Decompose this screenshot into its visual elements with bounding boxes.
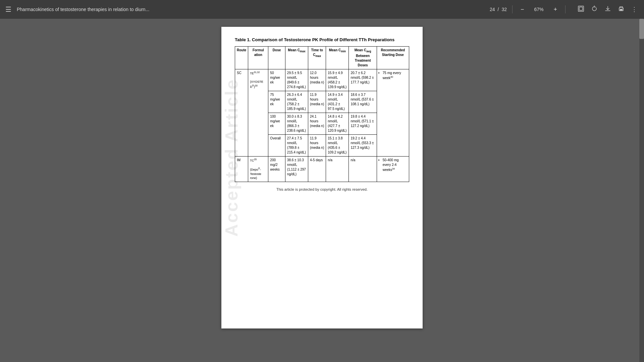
table-row: IM TC35(Depo®-Testoste rone) 200 mg/2 we… xyxy=(235,156,409,182)
cell-cmax-overall: 27.4 ± 7.5 nmol/L (789.8 ± 215.4 ng/dL) xyxy=(285,134,308,156)
menu-icon[interactable]: ☰ xyxy=(5,5,11,13)
cell-tcmax-im: 4-5 days xyxy=(308,156,326,182)
cell-tcmax-100: 24.1 hours (media n) xyxy=(308,113,326,134)
cell-cmin-im: n/a xyxy=(326,156,349,182)
toolbar: ☰ Pharmacokinetics of testosterone thera… xyxy=(0,0,644,19)
cell-tcmax-50: 12.0 hours (media n) xyxy=(308,69,326,91)
cell-dose-100: 100 mg/we ek xyxy=(268,113,285,134)
divider-2 xyxy=(565,5,566,13)
page-separator: / xyxy=(498,7,499,12)
main-content: Accepted Article Table 1. Comparison of … xyxy=(0,19,644,362)
toolbar-actions: ⋮ xyxy=(576,4,639,15)
scrollbar[interactable] xyxy=(639,19,644,362)
cell-cmax-50: 29.5 ± 9.5 nmol/L (849.6 ± 274.8 ng/dL) xyxy=(285,69,308,91)
header-mean-cmin: Mean Cmin xyxy=(326,47,349,69)
svg-point-4 xyxy=(623,8,623,9)
cell-cavg-overall: 19.2 ± 4.4 nmol/L (553.3 ± 127.3 ng/dL) xyxy=(349,134,377,156)
cell-tcmax-overall: 11.9 hours (media n) xyxy=(308,134,326,156)
zoom-level: 67% xyxy=(532,7,545,12)
copyright-notice: This article is protected by copyright. … xyxy=(235,187,409,191)
header-mean-cmax: Mean Cmax xyxy=(285,47,308,69)
print-button[interactable] xyxy=(616,4,626,15)
table-header-row: Route Formul ation Dose Mean Cmax Time t… xyxy=(235,47,409,69)
cell-cavg-100: 19.8 ± 4.4 nmol/L (571.1 ± 127.2 ng/dL) xyxy=(349,113,377,134)
page-document: Accepted Article Table 1. Comparison of … xyxy=(221,27,423,328)
table-title: Table 1. Comparison of Testosterone PK P… xyxy=(235,37,409,43)
cell-cavg-im: n/a xyxy=(349,156,377,182)
cell-cmin-50: 15.9 ± 4.9 nmol/L (458.2 ± 139.9 ng/dL) xyxy=(326,69,349,91)
header-formulation: Formul ation xyxy=(248,47,268,69)
page-total: 32 xyxy=(501,7,507,12)
header-time-cmax: Time to Cmax xyxy=(308,47,326,69)
divider-1 xyxy=(512,5,513,13)
svg-rect-1 xyxy=(579,7,583,10)
cell-cavg-50: 20.7 ± 6.2 nmol/L (598.2 ± 177.7 ng/dL) xyxy=(349,69,377,91)
zoom-out-button[interactable]: − xyxy=(518,5,527,14)
cell-dose-50: 50 mg/we ek xyxy=(268,69,285,91)
cell-cmin-75: 14.9 ± 3.4 nmol/L (431.2 ± 97.5 ng/dL) xyxy=(326,91,349,113)
cell-formulation-sc: TE31,32(XYOSTE D®)30 xyxy=(248,69,268,156)
header-dose: Dose xyxy=(268,47,285,69)
cell-recommended-sc: 75 mg every week30 xyxy=(377,69,409,156)
cell-dose-overall: Overall xyxy=(268,134,285,156)
more-options-button[interactable]: ⋮ xyxy=(630,4,639,14)
cell-cmax-75: 26.3 ± 6.4 nmol/L (758.2 ± 185.9 ng/dL) xyxy=(285,91,308,113)
table-row: SC TE31,32(XYOSTE D®)30 50 mg/we ek 29.5… xyxy=(235,69,409,91)
cell-dose-75: 75 mg/we ek xyxy=(268,91,285,113)
cell-cmax-100: 30.0 ± 8.3 nmol/L (866.3 ± 238.6 ng/dL) xyxy=(285,113,308,134)
header-route: Route xyxy=(235,47,248,69)
header-recommended-dose: Recommended Starting Dose xyxy=(377,47,409,69)
history-button[interactable] xyxy=(590,4,599,15)
cell-formulation-im: TC35(Depo®-Testoste rone) xyxy=(248,156,268,182)
fit-page-button[interactable] xyxy=(576,4,586,15)
cell-cmin-overall: 15.1 ± 3.8 nmol/L (435.6 ± 109.2 ng/dL) xyxy=(326,134,349,156)
scrollbar-thumb[interactable] xyxy=(639,19,644,39)
download-button[interactable] xyxy=(603,4,612,15)
cell-dose-im: 200 mg/2 weeks xyxy=(268,156,285,182)
pk-table: Route Formul ation Dose Mean Cmax Time t… xyxy=(235,46,409,182)
cell-cmin-100: 14.8 ± 4.2 nmol/L (427.7 ± 120.9 ng/dL) xyxy=(326,113,349,134)
cell-tcmax-75: 11.9 hours (media n) xyxy=(308,91,326,113)
cell-route-sc: SC xyxy=(235,69,248,156)
svg-rect-3 xyxy=(620,9,623,10)
page-navigation: 24 / 32 xyxy=(490,7,507,12)
cell-route-im: IM xyxy=(235,156,248,182)
document-title: Pharmacokinetics of testosterone therapi… xyxy=(17,7,484,12)
cell-recommended-im: 50-400 mg every 2-4 weeks34 xyxy=(377,156,409,182)
cell-cavg-75: 18.6 ± 3.7 nmol/L (537.6 ± 108.1 ng/dL) xyxy=(349,91,377,113)
cell-cmax-im: 38.6 ± 10.3 nmol/L (1,112 ± 297 ng/dL) xyxy=(285,156,308,182)
zoom-in-button[interactable]: + xyxy=(551,5,560,14)
page-current: 24 xyxy=(490,7,495,12)
header-mean-cavg: Mean Cavg Between Treatment Doses xyxy=(349,47,377,69)
